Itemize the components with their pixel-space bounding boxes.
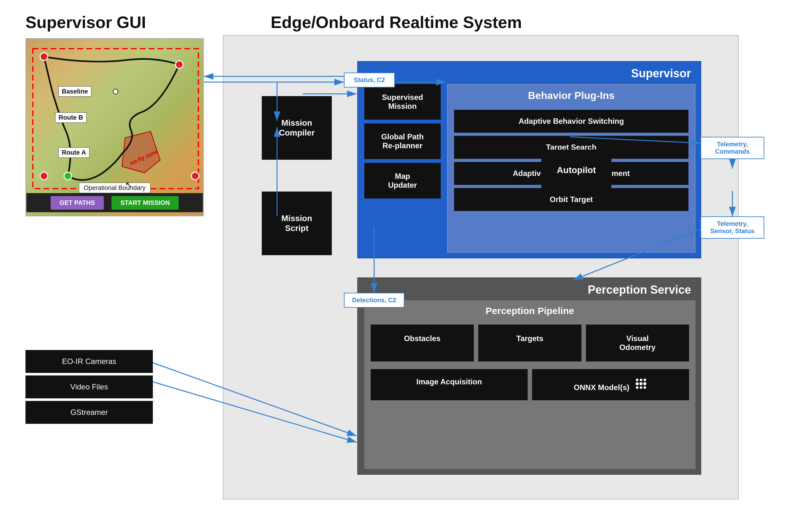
onnx-icon [635,383,647,392]
telemetry-commands-label: Telemetry, Commands [715,141,750,155]
svg-point-11 [643,382,647,385]
supervised-mission-block: SupervisedMission [364,84,441,120]
image-acquisition-block: Image Acquisition [371,369,528,400]
global-path-block: Global PathRe-planner [364,123,441,159]
mission-script-label: MissionScript [281,213,313,233]
onnx-label: ONNX Model(s) [574,383,629,392]
svg-point-10 [639,382,642,385]
perception-service-title: Perception Service [358,278,700,300]
perception-pipeline-box: Perception Pipeline Obstacles Targets Vi… [364,300,695,469]
sensor-boxes: EO-IR Cameras Video Files GStreamer [26,350,153,426]
perception-service-box: Perception Service Perception Pipeline O… [357,278,701,475]
edge-onboard-title: Edge/Onboard Realtime System [271,13,522,32]
mission-compiler-block: MissionCompiler [262,96,332,160]
gstreamer-box: GStreamer [26,401,153,424]
perception-modules-row: Obstacles Targets VisualOdometry [364,321,695,365]
baseline-label: Baseline [58,86,91,97]
eo-ir-cameras-box: EO-IR Cameras [26,350,153,373]
svg-point-15 [636,386,638,389]
svg-point-13 [640,379,642,381]
telemetry-sensor-callout: Telemetry, Sensor, Status [700,216,764,239]
supervised-mission-label: SupervisedMission [382,93,423,110]
edge-onboard-system: MissionCompiler MissionScript Supervisor… [223,35,739,499]
mission-script-block: MissionScript [262,192,332,255]
telemetry-commands-callout: Telemetry, Commands [700,137,764,159]
perception-pipeline-title: Perception Pipeline [364,300,695,321]
svg-point-16 [640,386,642,389]
operational-boundary-label: Operational Boundary [79,183,150,193]
svg-point-12 [636,379,638,381]
global-path-label: Global PathRe-planner [381,132,423,150]
map-updater-block: MapUpdater [364,163,441,198]
supervisor-title: Supervisor [358,62,700,84]
route-b-label: Route B [55,112,87,123]
obstacles-module: Obstacles [371,325,474,361]
map-background: no-fly zone Baseline Route B Route A [26,39,203,215]
targets-module: Targets [478,325,581,361]
supervisor-left-column: SupervisedMission Global PathRe-planner … [364,84,441,202]
map-panel: no-fly zone Baseline Route B Route A [26,38,204,216]
cursor-icon: ↖ [125,179,132,190]
behavior-plugins-title: Behavior Plug-Ins [448,85,695,107]
onnx-models-block: ONNX Model(s) [532,369,689,400]
mission-compiler-label: MissionCompiler [279,118,315,138]
visual-odometry-module: VisualOdometry [586,325,689,361]
plugin-adaptive-behavior: Adaptive Behavior Switching [454,110,688,133]
detections-c2-callout: Detections, C2 [344,293,404,308]
video-files-box: Video Files [26,375,153,399]
map-updater-label: MapUpdater [388,172,417,189]
supervisor-gui-title: Supervisor GUI [26,13,146,32]
plugin-orbit-target: Orbit Target [454,188,688,211]
perception-bottom-row: Image Acquisition ONNX Model(s) [364,365,695,405]
start-mission-button[interactable]: START MISSION [112,196,179,210]
telemetry-sensor-label: Telemetry, Sensor, Status [710,220,755,235]
map-buttons-bar: GET PATHS START MISSION [26,193,203,212]
route-a-label: Route A [58,147,89,158]
svg-point-14 [643,379,646,381]
autopilot-box: Autopilot [541,150,611,191]
get-paths-button[interactable]: GET PATHS [50,196,104,210]
status-c2-callout: Status, C2 [344,73,395,88]
svg-point-9 [636,382,639,385]
supervisor-box: Supervisor SupervisedMission Global Path… [357,61,701,258]
svg-point-17 [643,386,646,389]
